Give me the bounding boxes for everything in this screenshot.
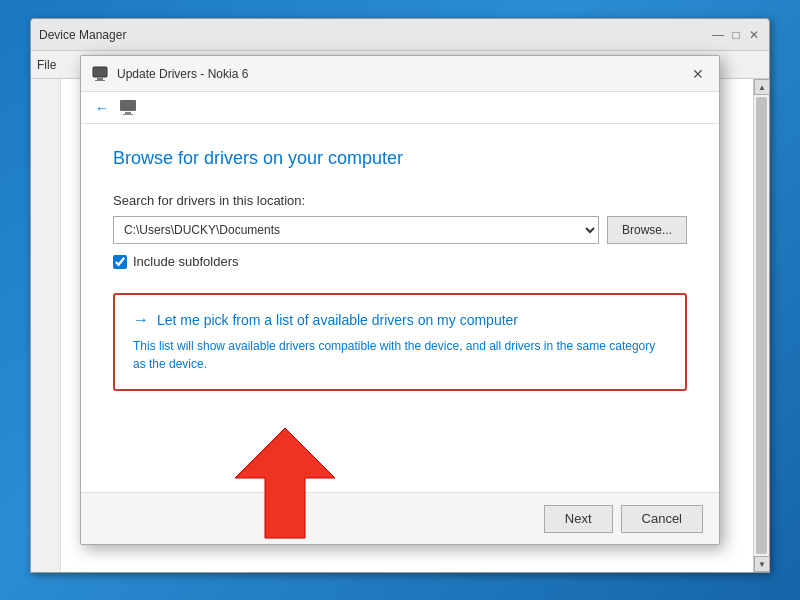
monitor-icon bbox=[92, 66, 108, 82]
svg-rect-0 bbox=[93, 67, 107, 77]
dialog-icon bbox=[91, 65, 109, 83]
bg-menu-file[interactable]: File bbox=[37, 58, 56, 72]
next-button[interactable]: Next bbox=[544, 505, 613, 533]
dialog-heading: Browse for drivers on your computer bbox=[113, 148, 687, 169]
nav-back-button[interactable]: ← bbox=[91, 97, 113, 119]
svg-rect-3 bbox=[120, 100, 136, 111]
nav-monitor-icon bbox=[119, 99, 137, 117]
cancel-button[interactable]: Cancel bbox=[621, 505, 703, 533]
bg-window-title: Device Manager bbox=[39, 28, 711, 42]
dialog-body: Browse for drivers on your computer Sear… bbox=[81, 124, 719, 492]
svg-rect-5 bbox=[123, 114, 133, 115]
search-row: C:\Users\DUCKY\Documents Browse... bbox=[113, 216, 687, 244]
dialog-titlebar: Update Drivers - Nokia 6 ✕ bbox=[81, 56, 719, 92]
pick-from-list-option[interactable]: → Let me pick from a list of available d… bbox=[113, 293, 687, 391]
dialog-nav: ← bbox=[81, 92, 719, 124]
bg-scrollbar[interactable]: ▲ ▼ bbox=[753, 79, 769, 572]
bg-minimize-button[interactable]: — bbox=[711, 28, 725, 42]
bg-window-controls: — □ ✕ bbox=[711, 28, 761, 42]
right-arrow-icon: → bbox=[133, 311, 149, 329]
search-path-dropdown[interactable]: C:\Users\DUCKY\Documents bbox=[113, 216, 599, 244]
include-subfolders-checkbox[interactable] bbox=[113, 255, 127, 269]
svg-rect-2 bbox=[95, 80, 105, 81]
svg-rect-4 bbox=[125, 112, 131, 114]
dialog-footer: Next Cancel bbox=[81, 492, 719, 544]
pick-option-description: This list will show available drivers co… bbox=[133, 337, 667, 373]
include-subfolders-row: Include subfolders bbox=[113, 254, 687, 269]
scroll-thumb[interactable] bbox=[756, 97, 767, 554]
dialog-close-button[interactable]: ✕ bbox=[687, 63, 709, 85]
browse-button[interactable]: Browse... bbox=[607, 216, 687, 244]
search-label: Search for drivers in this location: bbox=[113, 193, 687, 208]
svg-rect-1 bbox=[97, 78, 103, 80]
bg-sidebar bbox=[31, 79, 61, 572]
bg-close-button[interactable]: ✕ bbox=[747, 28, 761, 42]
scroll-up-arrow[interactable]: ▲ bbox=[754, 79, 770, 95]
dialog-title: Update Drivers - Nokia 6 bbox=[117, 67, 687, 81]
bg-maximize-button[interactable]: □ bbox=[729, 28, 743, 42]
pick-option-title-text: Let me pick from a list of available dri… bbox=[157, 312, 518, 328]
pick-option-title-row: → Let me pick from a list of available d… bbox=[133, 311, 667, 329]
bg-window-titlebar: Device Manager — □ ✕ bbox=[31, 19, 769, 51]
include-subfolders-label[interactable]: Include subfolders bbox=[133, 254, 239, 269]
update-drivers-dialog: Update Drivers - Nokia 6 ✕ ← Browse for … bbox=[80, 55, 720, 545]
scroll-down-arrow[interactable]: ▼ bbox=[754, 556, 770, 572]
